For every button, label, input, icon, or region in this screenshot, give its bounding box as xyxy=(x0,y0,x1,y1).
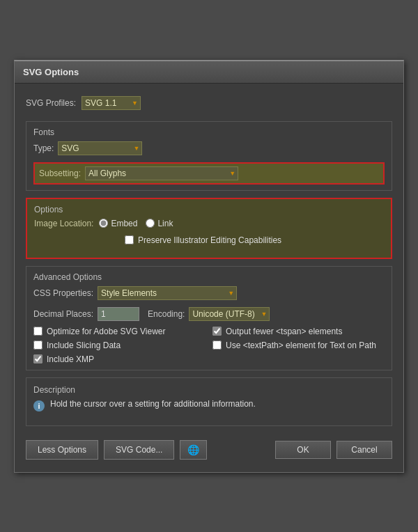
type-select-wrapper[interactable]: SVG Convert to outline xyxy=(58,141,142,155)
fonts-section: Fonts Type: SVG Convert to outline Subse… xyxy=(26,121,392,191)
textpath-checkbox[interactable] xyxy=(212,341,222,350)
subsetting-highlighted-box: Subsetting: All Glyphs None Common Engli… xyxy=(33,162,385,185)
description-section: Description i Hold the cursor over a set… xyxy=(26,377,392,426)
decimal-encoding-row: Decimal Places: Encoding: Unicode (UTF-8… xyxy=(33,307,385,321)
decimal-input[interactable] xyxy=(98,307,139,321)
css-select[interactable]: Style Elements Presentation Attributes S… xyxy=(98,286,237,300)
cancel-button[interactable]: Cancel xyxy=(336,441,392,459)
preserve-checkbox-item[interactable]: Preserve Illustrator Editing Capabilitie… xyxy=(125,235,281,245)
optimize-checkbox[interactable] xyxy=(33,327,42,336)
link-radio[interactable] xyxy=(146,219,155,228)
profiles-select-wrapper[interactable]: SVG 1.1 SVG 1.0 SVG Basic SVG Tiny xyxy=(82,96,141,110)
textpath-label: Use <textPath> element for Text on Path xyxy=(226,341,376,350)
image-location-radio-group: Embed Link xyxy=(99,219,173,228)
image-location-row: Image Location: Embed Link xyxy=(34,219,384,228)
xmp-label: Include XMP xyxy=(47,354,94,364)
info-icon: i xyxy=(33,400,45,412)
options-title: Options xyxy=(34,205,384,214)
advanced-section: Advanced Options CSS Properties: Style E… xyxy=(26,266,392,370)
fonts-title: Fonts xyxy=(33,127,385,137)
subsetting-label: Subsetting: xyxy=(39,169,81,178)
css-row: CSS Properties: Style Elements Presentat… xyxy=(33,286,385,300)
xmp-checkbox[interactable] xyxy=(33,354,42,363)
right-buttons: OK Cancel xyxy=(275,441,392,459)
less-options-button[interactable]: Less Options xyxy=(26,440,98,460)
preserve-checkbox[interactable] xyxy=(125,235,134,244)
button-row: Less Options SVG Code... 🌐 OK Cancel xyxy=(26,437,392,462)
description-content: i Hold the cursor over a setting for add… xyxy=(33,399,385,412)
svg-options-dialog: SVG Options SVG Profiles: SVG 1.1 SVG 1.… xyxy=(14,60,404,473)
profiles-select[interactable]: SVG 1.1 SVG 1.0 SVG Basic SVG Tiny xyxy=(82,96,141,110)
profiles-label: SVG Profiles: xyxy=(26,98,76,108)
encoding-select-wrapper[interactable]: Unicode (UTF-8) ISO-8859-1 UTF-16 xyxy=(189,307,270,321)
profiles-row: SVG Profiles: SVG 1.1 SVG 1.0 SVG Basic … xyxy=(26,93,392,113)
link-radio-item[interactable]: Link xyxy=(146,219,173,228)
type-label: Type: xyxy=(33,143,54,153)
optimize-label: Optimize for Adobe SVG Viewer xyxy=(47,327,166,336)
description-title: Description xyxy=(33,385,385,395)
slicing-label: Include Slicing Data xyxy=(47,341,121,350)
css-label: CSS Properties: xyxy=(33,288,93,298)
embed-radio-item[interactable]: Embed xyxy=(99,219,137,228)
embed-radio[interactable] xyxy=(99,219,108,228)
encoding-label: Encoding: xyxy=(148,309,185,319)
preserve-label: Preserve Illustrator Editing Capabilitie… xyxy=(138,235,281,245)
type-select[interactable]: SVG Convert to outline xyxy=(58,141,142,155)
slicing-checkbox[interactable] xyxy=(33,341,42,350)
checkboxes-grid: Optimize for Adobe SVG Viewer Output few… xyxy=(33,327,385,364)
encoding-select[interactable]: Unicode (UTF-8) ISO-8859-1 UTF-16 xyxy=(189,307,270,321)
output-tspan-checkbox-item[interactable]: Output fewer <tspan> elements xyxy=(212,327,385,336)
css-select-wrapper[interactable]: Style Elements Presentation Attributes S… xyxy=(98,286,237,300)
decimal-label: Decimal Places: xyxy=(33,309,93,319)
ok-button[interactable]: OK xyxy=(275,441,331,459)
preserve-row: Preserve Illustrator Editing Capabilitie… xyxy=(125,235,384,245)
subsetting-select-wrapper[interactable]: All Glyphs None Common English xyxy=(85,166,238,180)
link-label: Link xyxy=(157,219,173,228)
left-buttons: Less Options SVG Code... 🌐 xyxy=(26,440,207,460)
svg-code-button[interactable]: SVG Code... xyxy=(104,440,174,460)
type-row: Type: SVG Convert to outline xyxy=(33,141,385,155)
output-tspan-checkbox[interactable] xyxy=(212,327,222,336)
subsetting-select[interactable]: All Glyphs None Common English xyxy=(85,166,238,180)
advanced-title: Advanced Options xyxy=(33,272,385,282)
embed-label: Embed xyxy=(111,219,137,228)
dialog-title: SVG Options xyxy=(15,61,403,84)
image-location-label: Image Location: xyxy=(34,219,93,228)
description-text: Hold the cursor over a setting for addit… xyxy=(50,399,256,409)
globe-button[interactable]: 🌐 xyxy=(180,440,207,460)
optimize-checkbox-item[interactable]: Optimize for Adobe SVG Viewer xyxy=(33,327,206,336)
options-section: Options Image Location: Embed Link xyxy=(26,198,392,259)
xmp-checkbox-item[interactable]: Include XMP xyxy=(33,354,206,364)
output-tspan-label: Output fewer <tspan> elements xyxy=(226,327,342,336)
textpath-checkbox-item[interactable]: Use <textPath> element for Text on Path xyxy=(212,341,385,350)
slicing-checkbox-item[interactable]: Include Slicing Data xyxy=(33,341,206,350)
